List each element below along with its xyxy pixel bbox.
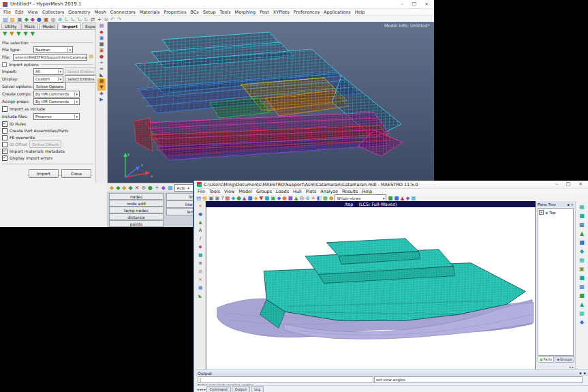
session-browser-icon[interactable]: ◆ bbox=[99, 91, 103, 97]
close-button[interactable]: Close bbox=[61, 169, 91, 178]
view-group-5-icon[interactable]: ▦ bbox=[411, 196, 416, 201]
output-tab-output[interactable]: Output bbox=[232, 386, 250, 392]
curve-editor-icon[interactable]: ≈ bbox=[99, 66, 104, 72]
ma-menu-view[interactable]: View bbox=[222, 189, 236, 194]
nav-first-icon[interactable]: ◂ bbox=[197, 387, 199, 391]
part-blue-1-icon[interactable]: ■ bbox=[579, 238, 585, 247]
hm-close-button[interactable]: × bbox=[424, 2, 429, 7]
accept-icon[interactable]: ● bbox=[148, 185, 153, 191]
hm-menu-collectors[interactable]: Collectors bbox=[40, 10, 66, 15]
import-button[interactable]: Import bbox=[29, 169, 59, 178]
utility-tray-icon[interactable]: ▤ bbox=[99, 23, 104, 29]
close-icon[interactable]: × bbox=[571, 202, 574, 207]
import-select[interactable]: All▾ bbox=[33, 68, 63, 75]
part-teal-6-icon[interactable]: ▲ bbox=[580, 300, 584, 309]
import-as-include-checkbox[interactable] bbox=[2, 106, 7, 112]
toggle-green-1-icon[interactable]: ◆ bbox=[116, 185, 120, 191]
select-icon[interactable]: ▦ bbox=[225, 196, 230, 201]
clip-plane-icon[interactable]: ◧ bbox=[317, 196, 322, 201]
tab-groups[interactable]: ◆Groups bbox=[555, 356, 574, 363]
hm-tab-model[interactable]: Model bbox=[39, 22, 58, 29]
scroll-left-icon[interactable]: ◂ bbox=[569, 365, 571, 369]
run-browser-icon[interactable]: ▶ bbox=[99, 97, 103, 103]
hm-menu-edit[interactable]: Edit bbox=[13, 10, 26, 15]
scroll-right-icon[interactable]: ▸ bbox=[572, 365, 574, 369]
pin-icon[interactable]: ▪ bbox=[567, 202, 569, 207]
ma-menu-help[interactable]: Help bbox=[360, 189, 374, 194]
import-geometry-icon[interactable]: ▼ bbox=[10, 31, 14, 37]
hm-menu-bcs[interactable]: BCs bbox=[188, 10, 200, 15]
include-browser-icon[interactable]: ▦ bbox=[99, 42, 104, 48]
assign-props-select[interactable]: By HM Comments▾ bbox=[33, 98, 80, 105]
delete-tool-icon[interactable]: ▼ bbox=[259, 196, 263, 201]
measure-icon[interactable]: + bbox=[311, 196, 315, 201]
hm-minimize-button[interactable]: – bbox=[401, 2, 404, 7]
select-entities-display-button[interactable]: Select Entities bbox=[65, 75, 96, 82]
import-loads-icon[interactable]: ▼ bbox=[31, 31, 35, 37]
hm-menu-connectors[interactable]: Connectors bbox=[108, 10, 138, 15]
id-offset-checkbox[interactable] bbox=[2, 142, 7, 147]
snap-icon[interactable]: ⊕ bbox=[198, 259, 202, 267]
nav-next-icon[interactable]: ▸ bbox=[202, 387, 204, 391]
solver-browser-icon[interactable]: ▣ bbox=[99, 48, 104, 54]
mesh-view-icon[interactable]: ■ bbox=[264, 196, 269, 201]
view-group-1-icon[interactable]: ■ bbox=[388, 196, 392, 201]
hm-tab-utility[interactable]: Utility bbox=[1, 22, 20, 29]
hm-menu-properties[interactable]: Properties bbox=[161, 10, 188, 15]
import-materials-checkbox[interactable] bbox=[2, 149, 7, 154]
maestro-viewport[interactable] bbox=[206, 207, 536, 370]
panel-button-points[interactable]: points bbox=[109, 220, 164, 227]
part-teal-2-icon[interactable]: ■ bbox=[579, 211, 585, 220]
toggle-yellow-2-icon[interactable]: ◆ bbox=[122, 185, 126, 191]
beam-tool-icon[interactable]: ■ bbox=[248, 196, 253, 201]
fe-overwrite-checkbox[interactable] bbox=[2, 135, 7, 140]
target-icon[interactable]: ◎ bbox=[198, 267, 202, 275]
toggle-yellow-1-icon[interactable]: ◆ bbox=[110, 185, 114, 191]
hypermesh-titlebar[interactable]: Untitled* - HyperMesh 2019.1 –□× bbox=[0, 0, 434, 9]
hm-menu-mesh[interactable]: Mesh bbox=[93, 10, 108, 15]
wire-view-icon[interactable]: ◆ bbox=[277, 196, 281, 201]
panel-button-nodes[interactable]: nodes bbox=[109, 193, 164, 200]
hm-menu-tools[interactable]: Tools bbox=[218, 10, 233, 15]
hm-tab-export[interactable]: Export bbox=[82, 22, 96, 29]
ma-menu-groups[interactable]: Groups bbox=[254, 189, 274, 194]
maestro-titlebar[interactable]: C:\Users\Ming\Documents\MAESTRO\Support\… bbox=[194, 181, 588, 189]
import-tab-icon[interactable]: ▦ bbox=[97, 78, 106, 85]
save-file-icon[interactable]: ▣ bbox=[208, 196, 213, 201]
matrix-browser-icon[interactable]: ● bbox=[99, 54, 104, 60]
output-tab-log[interactable]: Log bbox=[251, 386, 264, 392]
hm-menu-preferences[interactable]: Preferences bbox=[292, 10, 322, 15]
new-file-icon[interactable]: ▤ bbox=[196, 196, 201, 201]
add-beam-icon[interactable]: ■ bbox=[198, 251, 202, 259]
hm-menu-applications[interactable]: Applications bbox=[322, 10, 353, 15]
groups-view-icon[interactable]: ■ bbox=[288, 196, 293, 201]
part-blue-2-icon[interactable]: ▦ bbox=[579, 282, 585, 291]
part-teal-1-icon[interactable]: ▦ bbox=[579, 202, 585, 211]
hm-tab-mask[interactable]: Mask bbox=[21, 22, 38, 29]
display-select[interactable]: Custom▾ bbox=[33, 76, 63, 82]
hm-menu-view[interactable]: View bbox=[25, 10, 40, 15]
ma-minimize-button[interactable]: – bbox=[555, 182, 558, 187]
light-icon[interactable]: ● bbox=[329, 196, 334, 201]
display-errors-checkbox[interactable] bbox=[2, 155, 7, 161]
file-type-select[interactable]: Nastran▾ bbox=[33, 46, 73, 53]
element-tool-icon[interactable]: ● bbox=[236, 196, 241, 201]
loads-view-icon[interactable]: ● bbox=[282, 196, 287, 201]
create-plus-icon[interactable]: + bbox=[155, 185, 159, 191]
add-element-icon[interactable]: ▲ bbox=[199, 218, 202, 226]
close-icon[interactable]: ▪ bbox=[584, 371, 586, 375]
reject-icon[interactable]: × bbox=[135, 185, 140, 191]
parts-tree[interactable]: + ◆ Top bbox=[538, 208, 574, 356]
zoom-tool-icon[interactable]: ◎ bbox=[300, 196, 305, 201]
model-browser-icon[interactable]: ▣ bbox=[99, 35, 104, 42]
expand-icon[interactable]: + bbox=[539, 210, 544, 215]
hm-maximize-button[interactable]: □ bbox=[412, 2, 417, 7]
tree-item-top[interactable]: + ◆ Top bbox=[539, 210, 572, 215]
hm-menu-xyplots[interactable]: XYPlots bbox=[271, 10, 292, 15]
ma-menu-loads[interactable]: Loads bbox=[274, 189, 291, 194]
part-blue-3-icon[interactable]: ◆ bbox=[580, 318, 584, 327]
command-input[interactable]: | bbox=[198, 376, 373, 383]
hm-menu-setup[interactable]: Setup bbox=[201, 10, 218, 15]
fit-view-icon[interactable]: ⊕ bbox=[305, 196, 309, 201]
panel-tool-icon[interactable]: ▲ bbox=[243, 196, 247, 201]
